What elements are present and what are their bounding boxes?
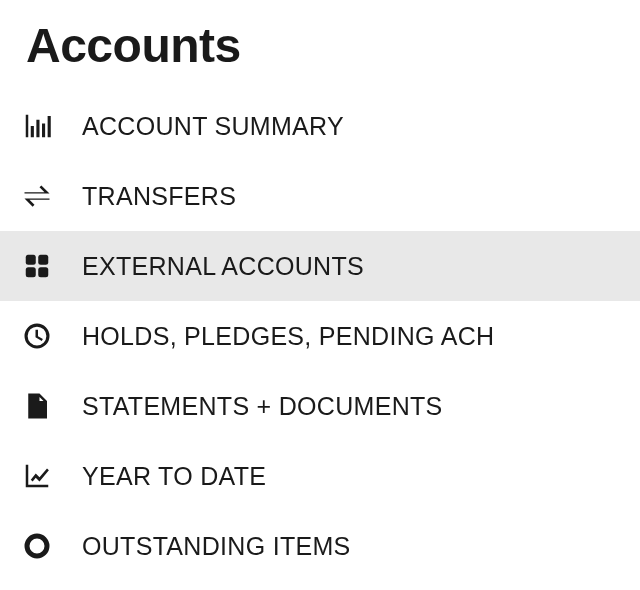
menu-label: STATEMENTS + DOCUMENTS	[82, 392, 443, 421]
menu-label: HOLDS, PLEDGES, PENDING ACH	[82, 322, 494, 351]
accounts-menu: ACCOUNT SUMMARY TRANSFERS EXTERNAL ACCOU…	[0, 91, 640, 581]
clock-icon	[22, 321, 82, 351]
menu-item-account-summary[interactable]: ACCOUNT SUMMARY	[0, 91, 640, 161]
menu-label: YEAR TO DATE	[82, 462, 266, 491]
menu-item-statements-documents[interactable]: STATEMENTS + DOCUMENTS	[0, 371, 640, 441]
menu-item-year-to-date[interactable]: YEAR TO DATE	[0, 441, 640, 511]
svg-point-4	[27, 536, 47, 556]
document-icon	[22, 391, 82, 421]
transfers-icon	[22, 181, 82, 211]
svg-rect-3	[38, 267, 48, 277]
accounts-menu-container: Accounts ACCOUNT SUMMARY TRANSFERS EXTER…	[0, 0, 640, 581]
svg-rect-1	[38, 255, 48, 265]
menu-item-transfers[interactable]: TRANSFERS	[0, 161, 640, 231]
menu-item-external-accounts[interactable]: EXTERNAL ACCOUNTS	[0, 231, 640, 301]
bar-chart-icon	[22, 111, 82, 141]
menu-label: EXTERNAL ACCOUNTS	[82, 252, 364, 281]
circle-outline-icon	[22, 531, 82, 561]
grid-icon	[22, 251, 82, 281]
menu-item-holds-pledges[interactable]: HOLDS, PLEDGES, PENDING ACH	[0, 301, 640, 371]
svg-rect-0	[26, 255, 36, 265]
menu-item-outstanding-items[interactable]: OUTSTANDING ITEMS	[0, 511, 640, 581]
menu-label: OUTSTANDING ITEMS	[82, 532, 351, 561]
line-chart-icon	[22, 461, 82, 491]
menu-label: ACCOUNT SUMMARY	[82, 112, 344, 141]
page-title: Accounts	[0, 18, 640, 91]
menu-label: TRANSFERS	[82, 182, 236, 211]
svg-rect-2	[26, 267, 36, 277]
